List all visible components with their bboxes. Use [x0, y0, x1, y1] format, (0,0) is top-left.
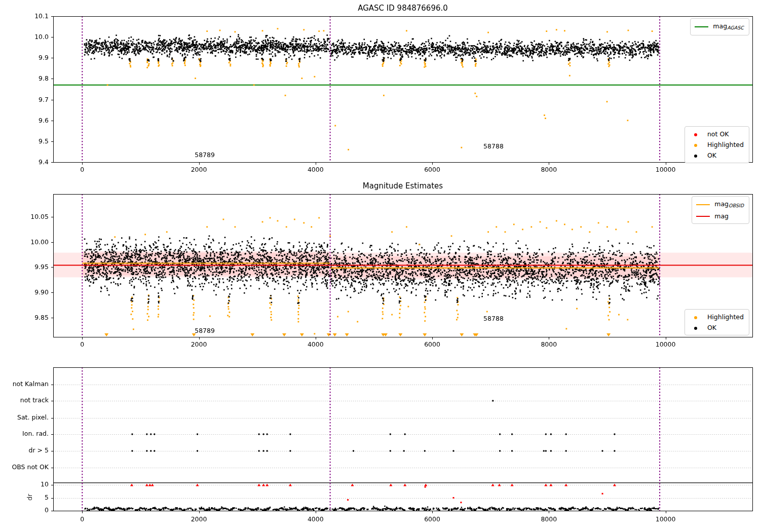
- y-tick-label: 10.05: [0, 213, 49, 220]
- legend-swatch-box: [689, 129, 703, 139]
- flag-row-label: Ion. rad.: [0, 430, 49, 437]
- flag-row-label: not Kalman: [0, 380, 49, 388]
- legend-label: not OK: [707, 129, 729, 139]
- legend-swatch-box: [689, 139, 703, 150]
- legend-mid-status: HighlightedOK: [685, 309, 749, 335]
- legend-mag-obsid: magOBSIDmag: [692, 196, 749, 224]
- y-tick-label: 9.95: [0, 263, 49, 271]
- legend-label-subscript: AGASC: [727, 25, 744, 30]
- legend-label: Highlighted: [707, 312, 744, 322]
- flag-row-label: dr > 5: [0, 446, 49, 454]
- legend-dot-swatch: [694, 316, 697, 319]
- legend-swatch-box: [689, 150, 703, 161]
- x-tick-label: 6000: [424, 340, 440, 348]
- y-tick-label: 9.5: [0, 137, 49, 145]
- legend-dot-swatch: [694, 155, 697, 158]
- dr-axis-label: dr: [26, 494, 33, 501]
- dr-tick-label: 10: [0, 480, 49, 488]
- legend-dot-swatch: [694, 133, 697, 136]
- dr-tick-label: 5: [0, 493, 49, 501]
- x-tick-label: 6000: [424, 515, 440, 523]
- dr-tick-label: 0: [0, 506, 49, 514]
- figure-root: AGASC ID 984876696.0 Magnitude Estimates…: [0, 0, 760, 532]
- legend-label: Highlighted: [707, 139, 744, 150]
- legend-label-subscript: OBSID: [729, 203, 744, 208]
- legend-line-swatch: [696, 216, 710, 217]
- x-tick-label: 2000: [191, 166, 207, 173]
- middle-plot-title: Magnitude Estimates: [363, 181, 443, 191]
- legend-dot-swatch: [694, 327, 697, 330]
- y-tick-label: 9.4: [0, 158, 49, 166]
- x-tick-label: 2000: [191, 340, 207, 348]
- top-plot-title: AGASC ID 984876696.0: [358, 4, 448, 13]
- legend-swatch-box: [689, 312, 703, 322]
- x-tick-label: 4000: [308, 166, 324, 173]
- obsid-annotation: 58789: [195, 151, 215, 159]
- y-tick-label: 9.9: [0, 54, 49, 61]
- flag-row-label: Sat. pixel.: [0, 413, 49, 421]
- y-tick-label: 9.90: [0, 288, 49, 296]
- legend-item: magOBSID: [696, 199, 744, 211]
- x-tick-label: 0: [80, 166, 84, 173]
- flag-row-label: OBS not OK: [0, 463, 49, 471]
- y-tick-label: 10.00: [0, 238, 49, 246]
- plots-canvas: [0, 0, 760, 532]
- obsid-annotation: 58788: [483, 142, 504, 150]
- y-tick-label: 9.85: [0, 314, 49, 321]
- legend-item: OK: [689, 150, 744, 161]
- legend-label: magOBSID: [714, 199, 744, 211]
- x-tick-label: 8000: [541, 166, 557, 173]
- legend-top-status: not OKHighlightedOK: [685, 126, 749, 163]
- x-tick-label: 4000: [308, 515, 324, 523]
- legend-dot-swatch: [694, 144, 697, 147]
- x-tick-label: 8000: [541, 515, 557, 523]
- legend-mag-agasc: magAGASC: [690, 18, 749, 35]
- obsid-annotation: 58788: [483, 315, 504, 322]
- x-tick-label: 10000: [656, 166, 676, 173]
- legend-swatch-box: [689, 322, 703, 333]
- y-tick-label: 10.0: [0, 33, 49, 41]
- legend-line-swatch: [695, 26, 708, 27]
- x-tick-label: 0: [80, 515, 84, 523]
- x-tick-label: 2000: [191, 515, 207, 523]
- legend-item: mag: [696, 211, 744, 221]
- legend-item: not OK: [689, 129, 744, 139]
- legend-label: magAGASC: [713, 21, 744, 33]
- legend-label: OK: [707, 322, 716, 333]
- legend-item: Highlighted: [689, 312, 744, 322]
- legend-line-swatch: [696, 204, 710, 205]
- legend-item: magAGASC: [695, 21, 744, 33]
- x-tick-label: 4000: [308, 340, 324, 348]
- x-tick-label: 10000: [656, 340, 676, 348]
- x-tick-label: 0: [80, 340, 84, 348]
- x-tick-label: 8000: [541, 340, 557, 348]
- y-tick-label: 9.7: [0, 96, 49, 103]
- y-tick-label: 10.1: [0, 12, 49, 20]
- flag-row-label: not track: [0, 396, 49, 404]
- y-tick-label: 9.8: [0, 74, 49, 82]
- y-tick-label: 9.6: [0, 117, 49, 124]
- legend-label: OK: [707, 150, 716, 161]
- legend-item: Highlighted: [689, 139, 744, 150]
- obsid-annotation: 58789: [195, 327, 215, 334]
- legend-item: OK: [689, 322, 744, 333]
- x-tick-label: 10000: [656, 515, 676, 523]
- x-tick-label: 6000: [424, 166, 440, 173]
- legend-label: mag: [714, 211, 729, 221]
